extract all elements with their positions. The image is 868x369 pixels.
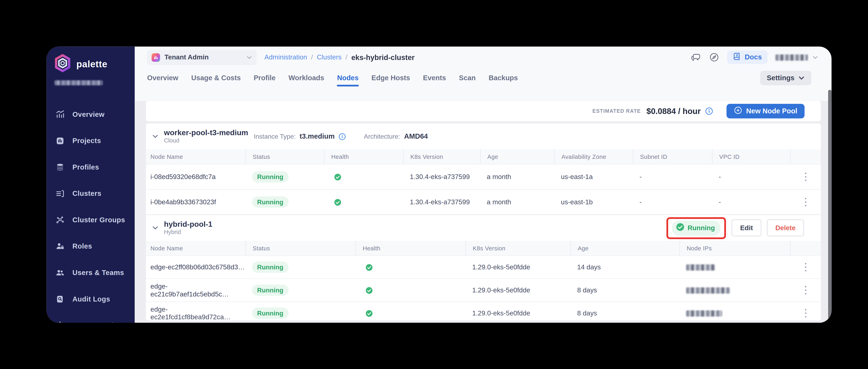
docs-label: Docs bbox=[745, 53, 762, 61]
scope-selector[interactable]: Tenant Admin bbox=[147, 50, 257, 65]
sidebar-item-label: Clusters bbox=[72, 189, 101, 197]
compass-icon[interactable] bbox=[709, 52, 719, 62]
col-status: Status bbox=[245, 149, 324, 164]
node-pools-card: worker-pool-t3-medium Cloud Instance Typ… bbox=[146, 123, 821, 320]
sidebar-item-roles[interactable]: Roles bbox=[47, 233, 135, 259]
breadcrumb-clusters[interactable]: Clusters bbox=[317, 53, 342, 61]
breadcrumb-current-cluster: eks-hybrid-cluster bbox=[351, 53, 414, 61]
col-node-ips: Node IPs bbox=[679, 241, 790, 255]
instance-type-value: t3.medium bbox=[300, 132, 335, 140]
col-health: Health bbox=[324, 149, 403, 164]
col-subnet-id: Subnet ID bbox=[633, 149, 712, 164]
age: 8 days bbox=[570, 309, 679, 317]
breadcrumb-administration[interactable]: Administration bbox=[265, 53, 307, 61]
account-name-redacted bbox=[54, 80, 103, 85]
table-row: i-0be4ab9b33673023f Running 1.30.4-eks-a… bbox=[146, 189, 821, 214]
subnet-id: - bbox=[633, 198, 712, 206]
hybrid-pool-header: hybrid-pool-1 Hybrid Running Edit Delete bbox=[146, 214, 821, 241]
cluster-tabs: Overview Usage & Costs Profile Workloads… bbox=[135, 68, 832, 88]
row-menu-kebab-icon[interactable] bbox=[804, 286, 807, 295]
sidebar-item-clusters[interactable]: Clusters bbox=[47, 180, 135, 207]
tab-overview[interactable]: Overview bbox=[147, 68, 178, 88]
row-menu-kebab-icon[interactable] bbox=[804, 197, 807, 207]
col-health: Health bbox=[355, 241, 465, 255]
edit-button[interactable]: Edit bbox=[732, 219, 761, 236]
node-name: i-08ed59320e68dfc7a bbox=[146, 173, 245, 181]
roles-user-lock-icon bbox=[55, 242, 65, 251]
new-node-pool-button[interactable]: New Node Pool bbox=[726, 104, 805, 118]
row-menu-kebab-icon[interactable] bbox=[804, 173, 807, 181]
rate-toolbar: ESTIMATED RATE $0.0884 / hour New Node P… bbox=[146, 101, 821, 121]
sidebar-item-label: Tenant Settings bbox=[72, 321, 126, 323]
breadcrumb-separator: / bbox=[345, 53, 347, 61]
col-k8s-version: K8s Version bbox=[403, 149, 480, 164]
pool-status-badge: Running bbox=[672, 220, 721, 236]
tab-scan[interactable]: Scan bbox=[459, 68, 476, 88]
overview-chart-icon bbox=[55, 110, 65, 119]
chat-icon[interactable] bbox=[691, 52, 702, 62]
hybrid-pool-actions: Running Edit Delete bbox=[666, 217, 821, 239]
instance-type-label: Instance Type: bbox=[254, 133, 296, 140]
status-badge: Running bbox=[252, 262, 288, 273]
status-badge: Running bbox=[252, 196, 288, 208]
vertical-scrollbar[interactable] bbox=[828, 90, 832, 321]
info-icon[interactable] bbox=[339, 133, 346, 140]
new-node-pool-label: New Node Pool bbox=[746, 107, 797, 115]
sidebar-item-label: Audit Logs bbox=[72, 295, 110, 303]
subnet-id: - bbox=[633, 173, 712, 181]
chevron-down-icon bbox=[799, 76, 805, 80]
tab-usage-costs[interactable]: Usage & Costs bbox=[191, 68, 241, 88]
delete-button[interactable]: Delete bbox=[767, 219, 804, 236]
tab-events[interactable]: Events bbox=[423, 68, 446, 88]
worker-table-header: Node Name Status Health K8s Version Age … bbox=[146, 149, 821, 164]
tab-nodes[interactable]: Nodes bbox=[337, 68, 359, 88]
node-name: edge-ec21c9b7aef1dc5ebd5c… bbox=[146, 282, 245, 298]
docs-button[interactable]: Docs bbox=[727, 51, 768, 64]
age: 8 days bbox=[570, 286, 679, 294]
health-check-icon bbox=[366, 286, 373, 294]
age: a month bbox=[480, 198, 554, 206]
col-vpc-id: VPC ID bbox=[712, 149, 790, 164]
plus-circle-icon bbox=[734, 106, 742, 116]
gear-icon bbox=[55, 321, 65, 323]
node-ips-redacted bbox=[686, 287, 730, 294]
chevron-down-icon bbox=[246, 55, 252, 59]
k8s-version: 1.30.4-eks-a737599 bbox=[403, 173, 480, 181]
row-menu-kebab-icon[interactable] bbox=[804, 263, 807, 272]
sidebar-item-profiles[interactable]: Profiles bbox=[47, 154, 135, 180]
sidebar-item-audit-logs[interactable]: Audit Logs bbox=[47, 286, 135, 312]
sidebar-item-label: Users & Teams bbox=[72, 269, 124, 276]
sidebar-item-projects[interactable]: Projects bbox=[47, 127, 135, 154]
tab-backups[interactable]: Backups bbox=[489, 68, 518, 88]
settings-button[interactable]: Settings bbox=[760, 71, 811, 85]
tab-workloads[interactable]: Workloads bbox=[288, 68, 324, 88]
sidebar-item-cluster-groups[interactable]: Cluster Groups bbox=[47, 207, 135, 233]
nodes-content: ESTIMATED RATE $0.0884 / hour New Node P… bbox=[135, 101, 832, 323]
sidebar-item-users-teams[interactable]: Users & Teams bbox=[47, 259, 135, 286]
logo[interactable]: palette bbox=[47, 47, 135, 75]
check-circle-icon bbox=[676, 222, 684, 233]
pool-name: worker-pool-t3-medium bbox=[164, 128, 248, 137]
age: 14 days bbox=[570, 263, 679, 271]
pool-status-label: Running bbox=[687, 224, 715, 232]
age: a month bbox=[480, 173, 554, 181]
architecture-label: Architecture: bbox=[364, 133, 400, 140]
row-menu-kebab-icon[interactable] bbox=[804, 309, 807, 318]
tab-edge-hosts[interactable]: Edge Hosts bbox=[372, 68, 410, 88]
tab-profile[interactable]: Profile bbox=[254, 68, 276, 88]
sidebar: palette Overview Projects Profiles bbox=[47, 47, 135, 323]
hybrid-table-header: Node Name Status Health K8s Version Age … bbox=[146, 241, 821, 255]
table-row: edge-ec21c9b7aef1dc5ebd5c… Running 1.29.… bbox=[146, 278, 821, 302]
collapse-chevron-icon[interactable] bbox=[152, 134, 158, 139]
sidebar-item-tenant-settings[interactable]: Tenant Settings bbox=[47, 312, 135, 323]
topbar-right: Docs bbox=[691, 51, 831, 64]
info-icon[interactable] bbox=[705, 107, 713, 115]
sidebar-item-overview[interactable]: Overview bbox=[47, 101, 135, 127]
topbar: Tenant Admin Administration / Clusters /… bbox=[135, 47, 832, 68]
page: palette Overview Projects Profiles bbox=[0, 0, 868, 369]
collapse-chevron-icon[interactable] bbox=[152, 226, 158, 230]
projects-icon bbox=[55, 136, 65, 145]
col-actions bbox=[790, 241, 821, 255]
user-menu[interactable] bbox=[775, 54, 818, 60]
vpc-id: - bbox=[712, 173, 790, 181]
